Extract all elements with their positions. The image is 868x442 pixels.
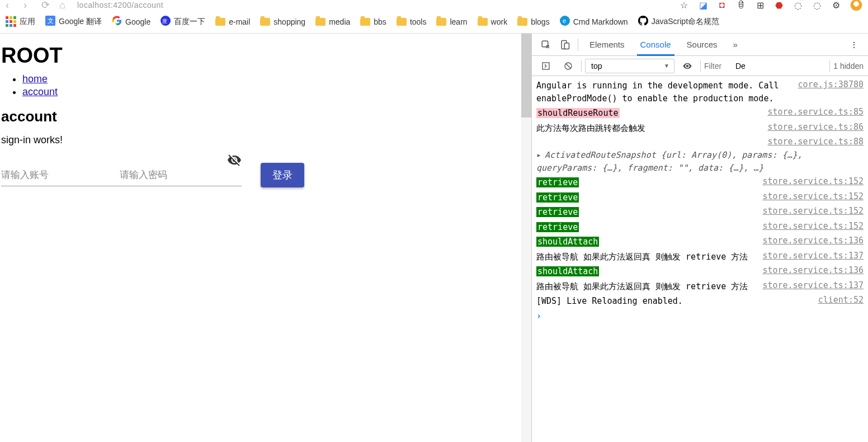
settings-icon[interactable]: ⋮ bbox=[848, 39, 860, 51]
log-source[interactable]: store.service.ts:152 bbox=[757, 176, 864, 189]
console-row[interactable]: 路由被导航 如果此方法返回真 则触发 retrieve 方法store.serv… bbox=[536, 279, 864, 294]
bookmark-item[interactable]: Google bbox=[112, 16, 150, 27]
console-row[interactable]: ▸ActivatedRouteSnapshot {url: Array(0), … bbox=[536, 148, 864, 175]
console-row[interactable]: 路由被导航 如果此方法返回真 则触发 retrieve 方法store.serv… bbox=[536, 250, 864, 265]
bookmark-item[interactable]: tools bbox=[397, 17, 427, 26]
console-row[interactable]: retrievestore.service.ts:152 bbox=[536, 175, 864, 190]
ext-icon-adblock[interactable]: ⬣ bbox=[774, 0, 784, 10]
nav-link[interactable]: home bbox=[22, 73, 48, 84]
login-button[interactable]: 登录 bbox=[261, 163, 304, 187]
bookmark-item[interactable]: 度百度一下 bbox=[161, 16, 205, 27]
log-message: retrieve bbox=[536, 177, 579, 187]
console-sidebar-icon[interactable] bbox=[540, 60, 552, 72]
console-row[interactable]: Angular is running in the development mo… bbox=[536, 78, 864, 106]
address-bar: ‹ › ⟳ ⌂ localhost:4200/account ☆ ◪ ◘ 🛢 ⊞… bbox=[0, 0, 868, 10]
levels-label[interactable]: De bbox=[735, 62, 746, 70]
log-source[interactable]: store.service.ts:136 bbox=[757, 236, 864, 248]
log-source[interactable]: store.service.ts:152 bbox=[757, 206, 864, 219]
log-source[interactable]: store.service.ts:86 bbox=[762, 122, 864, 135]
tab-sources[interactable]: Sources bbox=[679, 34, 725, 55]
bookmark-label: Cmd Markdown bbox=[573, 17, 628, 26]
nav-list: homeaccount bbox=[22, 73, 521, 98]
console-prompt[interactable]: › bbox=[536, 311, 864, 321]
device-toggle-icon[interactable] bbox=[559, 39, 571, 51]
ext-icon-2[interactable]: ◘ bbox=[717, 0, 727, 10]
log-source[interactable]: store.service.ts:152 bbox=[757, 221, 864, 234]
bookmark-item[interactable]: eCmd Markdown bbox=[560, 16, 628, 27]
log-message: shouldAttach bbox=[536, 266, 599, 276]
back-icon[interactable]: ‹ bbox=[6, 0, 16, 11]
filter-input[interactable] bbox=[704, 62, 732, 70]
bookmark-item[interactable]: e-mail bbox=[215, 17, 250, 26]
visibility-off-icon[interactable] bbox=[227, 153, 242, 167]
log-message: 路由被导航 如果此方法返回真 则触发 retrieve 方法 bbox=[536, 281, 748, 291]
inspect-icon[interactable] bbox=[540, 39, 552, 51]
ext-icon-1[interactable]: ◪ bbox=[698, 0, 708, 10]
console-log[interactable]: Angular is running in the development mo… bbox=[532, 76, 868, 442]
log-source[interactable]: store.service.ts:152 bbox=[757, 191, 864, 204]
log-source[interactable]: store.service.ts:136 bbox=[757, 265, 864, 278]
console-row[interactable]: 此方法每次路由跳转都会触发store.service.ts:86 bbox=[536, 121, 864, 136]
svg-point-11 bbox=[686, 64, 689, 67]
bookmark-item[interactable]: 应用 bbox=[6, 16, 35, 27]
clear-console-icon[interactable] bbox=[562, 60, 574, 72]
home-icon[interactable]: ⌂ bbox=[59, 0, 69, 11]
forward-icon[interactable]: › bbox=[23, 0, 34, 11]
url-display[interactable]: localhost:4200/account bbox=[77, 1, 163, 10]
password-input[interactable] bbox=[120, 164, 242, 186]
console-row[interactable]: retrievestore.service.ts:152 bbox=[536, 190, 864, 205]
ext-icon-5[interactable]: ◌ bbox=[793, 0, 803, 10]
log-source[interactable]: core.js:38780 bbox=[792, 79, 864, 105]
console-row[interactable]: shouldAttachstore.service.ts:136 bbox=[536, 234, 864, 250]
log-source[interactable]: store.service.ts:88 bbox=[762, 137, 864, 147]
tab-more[interactable]: » bbox=[725, 34, 746, 55]
bookmark-label: JavaScript命名规范 bbox=[652, 17, 719, 27]
bookmark-item[interactable]: learn bbox=[436, 17, 467, 26]
page-scrollbar[interactable] bbox=[521, 34, 531, 442]
log-message: ActivatedRouteSnapshot {url: Array(0), p… bbox=[536, 150, 803, 173]
bookmark-item[interactable]: blogs bbox=[517, 17, 549, 26]
bookmark-label: media bbox=[329, 17, 350, 26]
reload-icon[interactable]: ⟳ bbox=[41, 0, 51, 11]
folder-icon bbox=[215, 18, 225, 26]
bookmark-item[interactable]: work bbox=[478, 17, 508, 26]
bookmark-item[interactable]: JavaScript命名规范 bbox=[638, 16, 719, 27]
folder-icon bbox=[517, 18, 527, 26]
svg-rect-8 bbox=[564, 43, 569, 49]
console-row[interactable]: [WDS] Live Reloading enabled.client:52 bbox=[536, 294, 864, 309]
log-message: [WDS] Live Reloading enabled. bbox=[536, 296, 683, 306]
bookmark-item[interactable]: 文Google 翻译 bbox=[45, 16, 102, 27]
star-icon[interactable]: ☆ bbox=[679, 0, 689, 10]
bookmark-label: Google bbox=[125, 17, 150, 26]
page-title: ROOT bbox=[1, 44, 521, 68]
console-row[interactable]: retrievestore.service.ts:152 bbox=[536, 220, 864, 235]
log-source[interactable]: client:52 bbox=[813, 295, 864, 308]
bookmark-label: e-mail bbox=[229, 17, 250, 26]
context-select[interactable]: top bbox=[585, 59, 674, 73]
ext-icon-7[interactable]: ⚙ bbox=[831, 0, 841, 10]
tab-console[interactable]: Console bbox=[633, 34, 679, 55]
username-input[interactable] bbox=[1, 164, 123, 186]
console-row[interactable]: shouldReuseRoutestore.service.ts:85 bbox=[536, 106, 864, 121]
log-source[interactable]: store.service.ts:137 bbox=[757, 280, 864, 293]
devtools-panel: Elements Console Sources » ⋮ top De 1 hi… bbox=[531, 34, 868, 442]
nav-link[interactable]: account bbox=[22, 86, 58, 97]
log-message: retrieve bbox=[536, 222, 579, 232]
ext-icon-6[interactable]: ◌ bbox=[812, 0, 822, 10]
profile-avatar[interactable] bbox=[850, 0, 862, 11]
log-source[interactable]: store.service.ts:137 bbox=[757, 251, 864, 264]
hidden-count[interactable]: 1 hidden bbox=[833, 62, 864, 70]
ext-icon-3[interactable]: 🛢 bbox=[736, 0, 746, 10]
expand-icon[interactable]: ▸ bbox=[536, 150, 541, 160]
console-row[interactable]: retrievestore.service.ts:152 bbox=[536, 205, 864, 220]
console-row[interactable]: store.service.ts:88 bbox=[536, 135, 864, 148]
bookmark-item[interactable]: shopping bbox=[260, 17, 305, 26]
google-icon bbox=[112, 16, 122, 27]
console-row[interactable]: shouldAttachstore.service.ts:136 bbox=[536, 264, 864, 279]
ext-icon-4[interactable]: ⊞ bbox=[755, 0, 765, 10]
tab-elements[interactable]: Elements bbox=[582, 34, 633, 55]
log-source[interactable]: store.service.ts:85 bbox=[762, 107, 864, 120]
live-expression-icon[interactable] bbox=[681, 60, 694, 72]
bookmark-item[interactable]: bbs bbox=[360, 17, 386, 26]
bookmark-item[interactable]: media bbox=[315, 17, 350, 26]
